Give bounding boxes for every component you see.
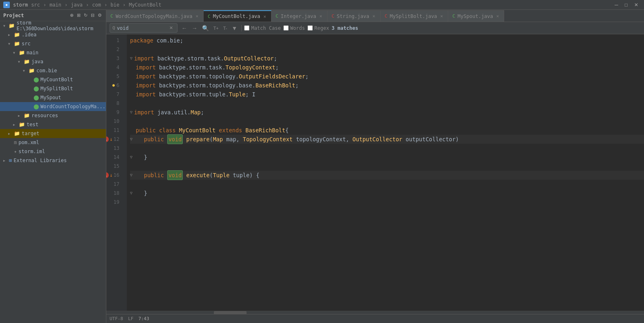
file-tree: ▼ 📁 storm E:\360Downloads\idea\storm ▶ 📁… [0, 21, 106, 323]
match-case-checkbox[interactable] [244, 25, 249, 31]
tree-label-extlibs: External Libraries [13, 158, 67, 163]
new-file-button[interactable]: ⊕ [69, 12, 74, 19]
sidebar-title: Project [3, 13, 24, 18]
folder-icon: 📁 [19, 50, 25, 56]
tree-label-target: target [22, 131, 39, 136]
sidebar-header: Project ⊕ ⊞ ↻ ⊟ ⚙ [0, 10, 106, 21]
tab-close-myspout[interactable]: ✕ [496, 13, 500, 19]
line-num-19: 19 [106, 198, 123, 207]
words-label: Words [290, 25, 305, 31]
tree-item-pomxml[interactable]: m pom.xml [0, 138, 106, 147]
search-next-button[interactable]: → [190, 24, 199, 32]
search-input[interactable] [117, 25, 166, 31]
code-line-12: ▽ public void prepare(Map map, TopologyC… [130, 135, 644, 144]
search-option1-button[interactable]: T+ [212, 24, 220, 32]
line-num-13: 13 [106, 144, 123, 153]
tab-wordcount[interactable]: C WordCountTopologyMain.java ✕ [106, 10, 204, 22]
close-button[interactable]: ✕ [632, 1, 641, 9]
tree-label-combie: com.bie [36, 68, 57, 74]
clear-search-button[interactable]: ✕ [168, 25, 175, 31]
error-badge-icon: 1 [106, 172, 109, 178]
line-num-2: 2 [106, 45, 123, 54]
fold-arrow-icon[interactable]: ▽ [130, 108, 132, 117]
tab-string[interactable]: C String.java ✕ [328, 10, 381, 22]
maximize-button[interactable]: □ [622, 1, 630, 9]
line-num-3: 3 [106, 54, 123, 63]
fold-arrow-icon[interactable]: ▽ [130, 135, 132, 144]
encoding-label: UTF-8 [110, 316, 123, 321]
tab-close-string[interactable]: ✕ [372, 13, 376, 19]
tree-label-wordcount: WordCountTopologyMa... [40, 104, 105, 109]
search-input-wrapper[interactable]: Q ✕ [110, 23, 177, 33]
code-content[interactable]: package com.bie; ▽ import backtype.storm… [127, 34, 644, 311]
tree-item-mysplitbolt[interactable]: ⬤ MySplitBolt [0, 84, 106, 93]
tab-integer[interactable]: C Integer.java ✕ [272, 10, 328, 22]
tree-item-stormiml[interactable]: ✦ storm.iml [0, 147, 106, 156]
regex-checkbox[interactable] [307, 25, 313, 31]
chevron-down-icon: ▼ [18, 60, 22, 64]
tree-item-resources[interactable]: ▶ 📁 resources [0, 111, 106, 120]
code-line-6: import backtype.storm.topology.base.Base… [130, 81, 644, 90]
search-magnify-button[interactable]: 🔍 [200, 24, 211, 32]
words-checkbox[interactable] [283, 25, 289, 31]
tree-item-combie[interactable]: ▼ 📁 com.bie [0, 66, 106, 75]
tree-label-myspout: MySpout [40, 95, 61, 100]
fold-arrow-icon[interactable]: ▽ [130, 153, 132, 162]
tab-mycountbolt[interactable]: C MyCountBolt.java ✕ [204, 10, 272, 22]
minimize-button[interactable]: ─ [612, 1, 621, 9]
code-editor[interactable]: 1 2 3 4 5 ●6 7 8 9 10 11 1 ↓12 13 14 1 [106, 34, 644, 311]
regex-option[interactable]: Regex [307, 25, 329, 31]
tree-item-idea[interactable]: ▶ 📁 .idea [0, 30, 106, 39]
tab-mysplitbolt[interactable]: C MySplitBolt.java ✕ [381, 10, 449, 22]
fold-arrow-icon[interactable]: ▽ [130, 171, 132, 180]
folder-icon: 📁 [14, 32, 20, 38]
tree-item-mycountbolt[interactable]: ⬤ MyCountBolt [0, 75, 106, 84]
search-option2-button[interactable]: T- [222, 24, 229, 32]
tab-close-integer[interactable]: ✕ [319, 13, 323, 19]
tab-close-wordcount[interactable]: ✕ [195, 13, 199, 19]
scroll-thumb[interactable] [214, 311, 247, 314]
error-badge-icon: 1 [106, 136, 109, 142]
sync-button[interactable]: ↻ [83, 12, 88, 19]
chevron-down-icon: ▼ [23, 69, 27, 73]
editor-area: C WordCountTopologyMain.java ✕ C MyCount… [106, 10, 644, 323]
folder-icon: 📁 [9, 23, 15, 29]
tree-item-main[interactable]: ▼ 📁 main [0, 48, 106, 57]
search-separator [241, 25, 242, 31]
tree-label-stormiml: storm.iml [18, 149, 45, 154]
tree-item-java[interactable]: ▼ 📁 java [0, 57, 106, 66]
tree-item-src[interactable]: ▼ 📁 src [0, 39, 106, 48]
chevron-right-icon: ▶ [3, 159, 7, 163]
app-icon: ▪ [3, 2, 10, 8]
java-icon: C [385, 13, 388, 19]
line-num-12: 1 ↓12 [106, 135, 123, 144]
tree-item-extlibs[interactable]: ▶ ⊞ External Libraries [0, 156, 106, 165]
collapse-button[interactable]: ⊟ [90, 12, 95, 19]
code-line-3: ▽ import backtype.storm.task.OutputColle… [130, 54, 644, 63]
project-name: storm [13, 2, 28, 8]
code-line-18: ▽ } [130, 189, 644, 198]
search-filter-button[interactable]: ▼ [230, 24, 239, 32]
tree-item-myspout[interactable]: ⬤ MySpout [0, 93, 106, 102]
tab-close-mycountbolt[interactable]: ✕ [263, 13, 267, 20]
tree-item-test[interactable]: ▶ 📁 test [0, 120, 106, 129]
new-folder-button[interactable]: ⊞ [76, 12, 81, 19]
horizontal-scrollbar[interactable] [106, 311, 644, 314]
tree-item-storm[interactable]: ▼ 📁 storm E:\360Downloads\idea\storm [0, 21, 106, 30]
line-num-17: 17 [106, 180, 123, 189]
tree-item-wordcount[interactable]: ⬤ WordCountTopologyMa... [0, 102, 106, 111]
match-case-option[interactable]: Match Case [244, 25, 280, 31]
gear-button[interactable]: ⚙ [97, 12, 103, 19]
sidebar: Project ⊕ ⊞ ↻ ⊟ ⚙ ▼ 📁 storm E:\360Downlo… [0, 10, 106, 323]
fold-arrow-icon[interactable]: ▽ [130, 54, 132, 63]
search-prev-button[interactable]: ← [180, 24, 189, 32]
words-option[interactable]: Words [283, 25, 305, 31]
folder-icon: 📁 [14, 131, 20, 136]
tree-item-target[interactable]: ▶ 📁 target [0, 129, 106, 138]
tab-close-mysplitbolt[interactable]: ✕ [440, 13, 444, 19]
fold-arrow-icon[interactable]: ▽ [130, 189, 132, 198]
search-bar: Q ✕ ← → 🔍 T+ T- ▼ Match Case Words [106, 22, 644, 34]
tab-myspout[interactable]: C MySpout.java ✕ [448, 10, 504, 22]
code-line-10 [130, 117, 644, 126]
code-line-11: public class MyCountBolt extends BaseRic… [130, 126, 644, 135]
